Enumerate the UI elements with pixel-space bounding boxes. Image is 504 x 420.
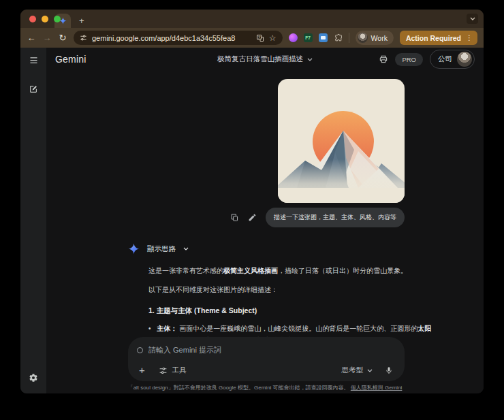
back-button[interactable]: ← (27, 33, 36, 43)
sidebar (20, 48, 46, 393)
menu-hamburger-icon[interactable] (29, 55, 39, 68)
model-selector[interactable]: 思考型 (342, 366, 373, 375)
settings-gear-icon[interactable] (29, 373, 38, 385)
copy-icon[interactable] (230, 213, 239, 222)
profile-chip[interactable]: Work (356, 31, 394, 45)
tools-button[interactable]: 工具 (159, 366, 187, 375)
extension-blue-icon[interactable] (319, 33, 328, 42)
print-icon[interactable] (379, 54, 388, 64)
new-chat-icon[interactable] (29, 84, 38, 97)
account-avatar (457, 52, 472, 67)
address-bar[interactable]: gemini.google.com/app/d4ebc1a34c55fea8 文… (74, 31, 283, 45)
conversation: 描述一下这张图，主题、主体、风格、内容等 顯示思路 (128, 79, 405, 346)
microphone-icon[interactable] (385, 366, 393, 374)
overflow-menu-icon[interactable]: ⋮ (466, 34, 473, 42)
browser-toolbar: ← → ↻ gemini.google.com/app/d4ebc1a34c55… (20, 28, 484, 48)
input-status-icon (137, 347, 143, 353)
action-required-button[interactable]: Action Required ⋮ (400, 31, 477, 45)
model-selector-label: 思考型 (342, 366, 364, 375)
tab-search-button[interactable] (467, 14, 478, 24)
gemini-app: Gemini 极简复古日落雪山插画描述 PRO 公司 (20, 48, 484, 393)
response-paragraph: 以下是从不同维度对这张图片的详细描述： (148, 285, 391, 296)
new-tab-button[interactable]: + (79, 16, 84, 25)
window-minimize-button[interactable] (42, 16, 48, 22)
translate-icon[interactable]: 文 (256, 34, 264, 42)
add-attachment-button[interactable]: + (139, 366, 145, 375)
user-message-bubble[interactable]: 描述一下这张图，主题、主体、风格、内容等 (266, 208, 405, 227)
url-text[interactable]: gemini.google.com/app/d4ebc1a34c55fea8 (92, 34, 251, 42)
uploaded-image[interactable] (278, 79, 405, 203)
model-response: 这是一张非常有艺术感的极简主义风格插画，描绘了日落（或日出）时分的雪山景象。 以… (128, 265, 391, 346)
response-paragraph: 这是一张非常有艺术感的极简主义风格插画，描绘了日落（或日出）时分的雪山景象。 (148, 265, 391, 277)
disclaimer-text: 「alt soul design」對話不會用於改良 Google 模型。Gemi… (128, 385, 349, 391)
privacy-link[interactable]: 個人隱私權與 Gemini (351, 385, 403, 391)
gemini-logo: Gemini (55, 54, 86, 65)
main-area: Gemini 极简复古日落雪山插画描述 PRO 公司 (46, 48, 484, 393)
edit-pencil-icon[interactable] (248, 213, 257, 222)
browser-window: + ← → ↻ gemini.google.com/app/d4ebc1a34c… (20, 10, 484, 393)
chat-title-text: 极简复古日落雪山插画描述 (217, 54, 303, 64)
profile-label: Work (371, 34, 388, 42)
chevron-down-icon (470, 17, 475, 20)
site-settings-icon[interactable] (80, 34, 87, 42)
account-label: 公司 (438, 54, 452, 64)
extension-f7-icon[interactable]: F7 (304, 33, 313, 42)
extensions-puzzle-icon[interactable] (334, 33, 343, 42)
toolbar-divider (349, 33, 349, 43)
bullet-line: 主体： 画面中心是一座巍峨的雪山，山峰尖锐挺拔。山的背后是一轮巨大的、正圆形的太… (157, 325, 432, 332)
reload-button[interactable]: ↻ (58, 33, 67, 43)
extension-purple-icon[interactable] (289, 33, 298, 42)
show-thinking-label: 顯示思路 (147, 244, 176, 254)
window-zoom-button[interactable] (54, 16, 61, 22)
tab-strip: + (20, 10, 484, 28)
disclaimer-footer: 「alt soul design」對話不會用於改良 Google 模型。Gemi… (46, 384, 484, 391)
extensions-area: F7 (289, 33, 343, 42)
window-controls (29, 16, 61, 22)
account-chip[interactable]: 公司 (430, 50, 475, 69)
chevron-down-icon (367, 369, 373, 372)
chevron-down-icon (183, 247, 189, 251)
chevron-down-icon (307, 58, 313, 61)
profile-avatar (358, 33, 368, 43)
show-thinking-toggle[interactable]: 顯示思路 (128, 243, 405, 255)
app-header: Gemini 极简复古日落雪山插画描述 PRO 公司 (46, 48, 484, 71)
pro-badge: PRO (395, 53, 423, 66)
tools-label: 工具 (172, 366, 187, 375)
prompt-composer[interactable]: 請輸入 Gemini 提示詞 + 工具 思考型 (128, 337, 405, 381)
response-section-heading: 1. 主题与主体 (Theme & Subject) (148, 305, 391, 317)
tune-icon (159, 366, 168, 375)
window-close-button[interactable] (29, 16, 36, 22)
prompt-input[interactable]: 請輸入 Gemini 提示詞 (148, 345, 221, 355)
action-required-label: Action Required (406, 34, 461, 42)
chat-title-dropdown[interactable]: 极简复古日落雪山插画描述 (217, 54, 313, 64)
user-message-row: 描述一下这张图，主题、主体、风格、内容等 (128, 208, 405, 227)
gemini-sparkle-icon (128, 243, 140, 255)
svg-text:文: 文 (258, 35, 262, 39)
sunset-mountain-illustration (278, 79, 405, 203)
bookmark-star-icon[interactable]: ☆ (269, 33, 277, 43)
forward-button[interactable]: → (42, 33, 52, 43)
